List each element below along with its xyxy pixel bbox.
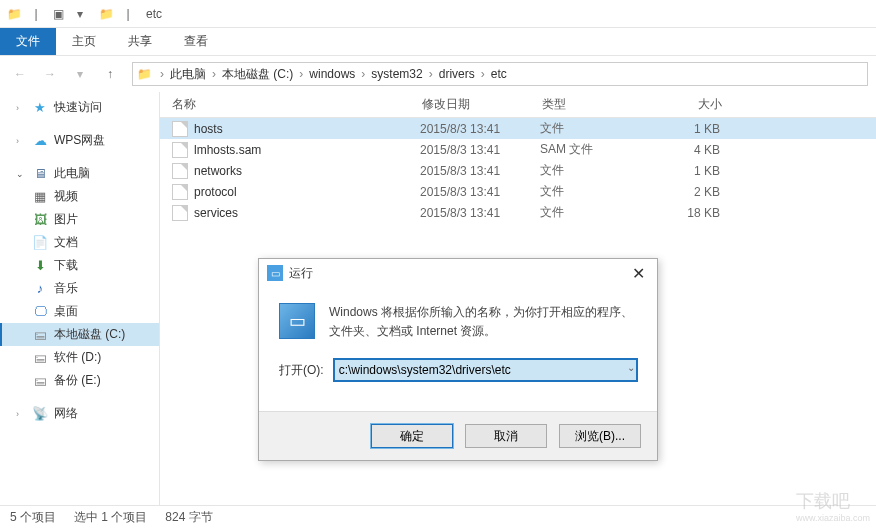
crumb-drivers[interactable]: drivers [435,67,479,81]
properties-icon[interactable]: ▣ [48,4,68,24]
file-row-lmhosts[interactable]: lmhosts.sam 2015/8/3 13:41 SAM 文件 4 KB [160,139,876,160]
file-row-networks[interactable]: networks 2015/8/3 13:41 文件 1 KB [160,160,876,181]
file-row-services[interactable]: services 2015/8/3 13:41 文件 18 KB [160,202,876,223]
tab-view[interactable]: 查看 [168,28,224,55]
sidebar-item-desktop[interactable]: 🖵桌面 [0,300,159,323]
file-row-protocol[interactable]: protocol 2015/8/3 13:41 文件 2 KB [160,181,876,202]
quick-access-toolbar: 📁 | ▣ ▾ 📁 | [4,4,138,24]
dialog-title: 运行 [289,265,628,282]
sidebar-item-drive-c[interactable]: 🖴本地磁盘 (C:) [0,323,159,346]
sidebar-item-label: 桌面 [54,303,78,320]
chevron-right-icon[interactable]: › [210,67,218,81]
file-name: lmhosts.sam [194,143,420,157]
file-row-hosts[interactable]: hosts 2015/8/3 13:41 文件 1 KB [160,118,876,139]
sidebar-item-videos[interactable]: ▦视频 [0,185,159,208]
document-icon: 📄 [32,235,48,251]
ok-button[interactable]: 确定 [371,424,453,448]
column-header-size[interactable]: 大小 [642,96,722,113]
dialog-titlebar[interactable]: ▭ 运行 ✕ [259,259,657,287]
file-type: SAM 文件 [540,141,640,158]
crumb-etc[interactable]: etc [487,67,511,81]
tab-share[interactable]: 共享 [112,28,168,55]
tab-file[interactable]: 文件 [0,28,56,55]
run-icon: ▭ [267,265,283,281]
file-icon [172,142,188,158]
ribbon-tabs: 文件 主页 共享 查看 [0,28,876,56]
sidebar-item-this-pc[interactable]: ⌄🖥此电脑 [0,162,159,185]
sidebar-item-pictures[interactable]: 🖼图片 [0,208,159,231]
open-input[interactable] [334,359,637,381]
browse-button[interactable]: 浏览(B)... [559,424,641,448]
drive-icon: 🖴 [32,350,48,366]
chevron-right-icon[interactable]: › [479,67,487,81]
tab-home[interactable]: 主页 [56,28,112,55]
sidebar-item-label: 下载 [54,257,78,274]
chevron-right-icon[interactable]: › [16,103,26,113]
dialog-description: Windows 将根据你所输入的名称，为你打开相应的程序、文件夹、文档或 Int… [329,303,637,341]
sidebar-item-label: 图片 [54,211,78,228]
sidebar-item-label: 文档 [54,234,78,251]
cancel-button[interactable]: 取消 [465,424,547,448]
qat-dropdown-icon[interactable]: ▾ [70,4,90,24]
sidebar-item-music[interactable]: ♪音乐 [0,277,159,300]
file-size: 4 KB [640,143,720,157]
dialog-body: ▭ Windows 将根据你所输入的名称，为你打开相应的程序、文件夹、文档或 I… [259,287,657,411]
forward-button[interactable]: → [38,62,62,86]
chevron-down-icon[interactable]: ⌄ [16,169,26,179]
sidebar-item-network[interactable]: ›📡网络 [0,402,159,425]
cloud-icon: ☁ [32,133,48,149]
status-item-count: 5 个项目 [10,509,56,526]
crumb-windows[interactable]: windows [305,67,359,81]
dropdown-icon[interactable]: ⌄ [627,362,635,373]
drive-icon: 🖴 [32,373,48,389]
column-headers: 名称 修改日期 类型 大小 [160,92,876,118]
status-bar: 5 个项目 选中 1 个项目 824 字节 [0,505,876,529]
chevron-right-icon[interactable]: › [427,67,435,81]
chevron-right-icon[interactable]: › [297,67,305,81]
file-date: 2015/8/3 13:41 [420,122,540,136]
address-bar[interactable]: 📁 › 此电脑› 本地磁盘 (C:)› windows› system32› d… [132,62,868,86]
sidebar-item-documents[interactable]: 📄文档 [0,231,159,254]
sidebar-item-label: 本地磁盘 (C:) [54,326,125,343]
crumb-drive-c[interactable]: 本地磁盘 (C:) [218,66,297,83]
run-dialog: ▭ 运行 ✕ ▭ Windows 将根据你所输入的名称，为你打开相应的程序、文件… [258,258,658,461]
navigation-pane: ›★快速访问 ›☁WPS网盘 ⌄🖥此电脑 ▦视频 🖼图片 📄文档 ⬇下载 ♪音乐… [0,92,160,505]
sidebar-item-label: 软件 (D:) [54,349,101,366]
folder-small-icon: 📁 [4,4,24,24]
file-name: protocol [194,185,420,199]
sidebar-item-drive-d[interactable]: 🖴软件 (D:) [0,346,159,369]
network-icon: 📡 [32,406,48,422]
column-header-type[interactable]: 类型 [542,96,642,113]
back-button[interactable]: ← [8,62,32,86]
file-size: 1 KB [640,122,720,136]
chevron-right-icon[interactable]: › [359,67,367,81]
sidebar-item-wps[interactable]: ›☁WPS网盘 [0,129,159,152]
file-name: networks [194,164,420,178]
drive-icon: 🖴 [32,327,48,343]
qat-separator: | [26,4,46,24]
crumb-this-pc[interactable]: 此电脑 [166,66,210,83]
file-date: 2015/8/3 13:41 [420,185,540,199]
sidebar-item-label: WPS网盘 [54,132,105,149]
open-combobox[interactable]: ⌄ [334,359,637,381]
recent-locations-dropdown[interactable]: ▾ [68,62,92,86]
file-size: 2 KB [640,185,720,199]
file-size: 1 KB [640,164,720,178]
column-header-date[interactable]: 修改日期 [422,96,542,113]
chevron-right-icon[interactable]: › [16,409,26,419]
file-type: 文件 [540,183,640,200]
window-titlebar: 📁 | ▣ ▾ 📁 | etc [0,0,876,28]
file-name: services [194,206,420,220]
crumb-system32[interactable]: system32 [367,67,426,81]
column-header-name[interactable]: 名称 [172,96,422,113]
dialog-button-row: 确定 取消 浏览(B)... [259,411,657,460]
sidebar-item-downloads[interactable]: ⬇下载 [0,254,159,277]
up-button[interactable]: ↑ [98,62,122,86]
address-dropdown-icon[interactable]: › [158,67,166,81]
file-date: 2015/8/3 13:41 [420,206,540,220]
sidebar-item-drive-e[interactable]: 🖴备份 (E:) [0,369,159,392]
sidebar-item-quick-access[interactable]: ›★快速访问 [0,96,159,119]
run-app-icon: ▭ [279,303,315,339]
close-button[interactable]: ✕ [628,264,649,283]
chevron-right-icon[interactable]: › [16,136,26,146]
